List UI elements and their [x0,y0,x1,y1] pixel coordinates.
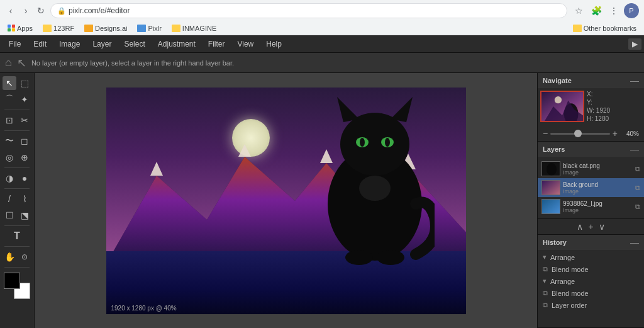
history-label: Layer order [552,302,587,309]
menu-view[interactable]: View [231,37,260,51]
history-item[interactable]: ⧉ Blend mode [538,263,644,275]
rect-select-tool[interactable]: ☐ [3,208,16,222]
history-item[interactable]: ▾ Arrange [538,275,644,287]
zoom-thumb[interactable] [574,130,582,137]
layer-settings-icon[interactable]: ⧉ [635,203,640,211]
folder-icon [172,25,180,32]
magic-wand-tool[interactable]: ✦ [18,93,31,106]
brush-tool[interactable]: 〜 [3,134,16,148]
layers-close[interactable]: — [630,144,639,154]
pen-tool[interactable]: / [3,192,16,206]
refresh-button[interactable]: ↻ [35,5,47,16]
hand-tool[interactable]: ✋ [3,250,16,264]
move-tool[interactable]: ↖ [3,76,16,90]
heal-tool[interactable]: ◎ [3,150,16,164]
menu-adjustment[interactable]: Adjustment [152,37,202,51]
history-item[interactable]: ⧉ Blend mode [538,287,644,299]
home-icon[interactable]: ⌂ [5,56,12,69]
dodge-tool[interactable]: ◑ [3,171,16,185]
history-close[interactable]: — [630,237,639,247]
svg-point-15 [345,250,373,265]
svg-marker-8 [337,97,359,122]
address-bar[interactable]: 🔒 pixlr.com/e/#editor [50,3,567,18]
zoom-minus-button[interactable]: − [543,128,548,139]
eyedropper-tool[interactable]: ⌇ [18,192,31,206]
select-rect-tool[interactable]: ⬚ [18,76,31,90]
crop-tool[interactable]: ⊡ [3,113,16,127]
zoom-tool[interactable]: ⊙ [18,250,31,264]
profile-button[interactable]: P [624,3,639,18]
history-item[interactable]: ▾ Arrange [538,251,644,263]
zoom-row: − + 40% [538,126,644,141]
layer-name: Back ground [563,181,633,188]
layer-settings-icon[interactable]: ⧉ [635,165,640,173]
toolbar-message: No layer (or empty layer), select a laye… [31,59,234,67]
scissors-tool[interactable]: ✂ [18,113,31,127]
navigate-close[interactable]: — [630,76,639,86]
history-item[interactable]: ⧉ Layer order [538,299,644,311]
menu-help[interactable]: Help [260,37,288,51]
layer-settings-icon[interactable]: ⧉ [635,184,640,192]
shape-tool[interactable]: ⬔ [18,208,31,222]
other-bookmarks[interactable]: Other bookmarks [570,25,639,32]
pixlr-bookmark[interactable]: Pixlr [135,25,164,32]
more-button[interactable]: ⋮ [606,3,621,18]
history-arrange-icon: ▾ [543,253,547,261]
menu-edit[interactable]: Edit [27,37,53,51]
cursor-icon[interactable]: ↖ [17,56,26,70]
canvas-wrapper: 1920 x 1280 px @ 40% [106,88,466,314]
forward-button[interactable]: › [20,5,31,16]
extension-button[interactable]: 🧩 [589,3,604,18]
layer-item[interactable]: black cat.png Image ⧉ [538,159,644,178]
history-label: Arrange [550,254,575,261]
text-tool[interactable]: T [10,229,24,243]
bookmark-label: INMAGINE [182,25,216,32]
layer-info: Back ground Image [563,181,633,195]
navigate-info: X: Y: W: 1920 H: 1280 [587,91,641,123]
folder-icon [84,25,93,32]
svg-marker-5 [150,162,163,176]
layer-up-button[interactable]: ∧ [577,222,583,232]
back-button[interactable]: ‹ [5,5,16,16]
zoom-value: 40% [620,130,639,137]
menu-filter[interactable]: Filter [202,37,231,51]
zoom-plus-button[interactable]: + [613,128,618,139]
123rf-bookmark[interactable]: 123RF [40,25,77,32]
bookmark-label: Pixlr [148,25,161,32]
foreground-color[interactable] [4,273,20,289]
menu-image[interactable]: Image [53,37,86,51]
history-section: History — ▾ Arrange ⧉ Blend mode ▾ Arran… [538,235,644,328]
menu-layer[interactable]: Layer [86,37,118,51]
star-button[interactable]: ☆ [571,3,586,18]
zoom-slider[interactable] [550,133,610,135]
bookmark-label: 123RF [53,25,74,32]
navigate-header: Navigate — [538,73,644,88]
layer-thumbnail [541,199,560,214]
lasso-tool[interactable]: ⌒ [3,93,16,106]
clone-tool[interactable]: ⊕ [18,150,31,164]
layer-thumbnail [541,161,560,176]
canvas-status: 1920 x 1280 px @ 40% [111,305,177,312]
inmagine-bookmark[interactable]: INMAGINE [169,25,219,32]
layer-down-button[interactable]: ∨ [599,222,605,232]
navigate-title: Navigate [543,77,572,84]
layer-add-button[interactable]: + [588,222,593,232]
apps-bookmark[interactable]: Apps [5,25,35,32]
layer-item[interactable]: 9938862_l.jpg Image ⧉ [538,197,644,216]
svg-rect-24 [542,200,560,214]
menu-file[interactable]: File [3,37,27,51]
svg-marker-2 [238,144,251,157]
color-swatches[interactable] [4,273,30,299]
layers-title: Layers [543,145,565,153]
menu-select[interactable]: Select [118,37,151,51]
menu-bar: File Edit Image Layer Select Adjustment … [0,35,644,53]
canvas-area[interactable]: 1920 x 1280 px @ 40% [35,73,537,328]
w-value: 1920 [596,107,610,114]
eraser-tool[interactable]: ◻ [18,134,31,148]
burn-tool[interactable]: ● [18,171,31,185]
w-label: W: [587,107,594,114]
designsai-bookmark[interactable]: Designs.ai [82,25,130,32]
layer-item[interactable]: Back ground Image ⧉ [538,178,644,197]
panel-toggle[interactable]: ▶ [628,38,641,50]
nav-thumbnail[interactable] [540,91,584,122]
